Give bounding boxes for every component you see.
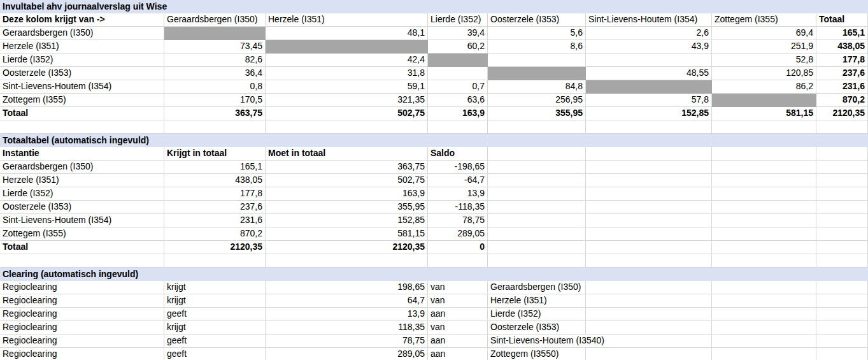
empty-cell[interactable] (0, 120, 164, 134)
totaal-krijgt-5[interactable]: 870,2 (164, 227, 266, 241)
empty-cell[interactable] (816, 348, 868, 360)
invul-corner-header[interactable]: Deze kolom krijgt van -> (0, 13, 164, 27)
invul-value-5-3[interactable]: 256,95 (488, 94, 586, 107)
invul-total-row-label[interactable]: Totaal (0, 107, 164, 120)
totaal-total-saldo[interactable]: 0 (428, 241, 488, 254)
empty-cell[interactable] (712, 335, 816, 348)
empty-cell[interactable] (816, 335, 868, 348)
empty-cell[interactable] (586, 348, 712, 360)
totaal-krijgt-4[interactable]: 231,6 (164, 214, 266, 227)
invul-value-3-4[interactable]: 48,55 (586, 67, 712, 80)
empty-cell[interactable] (488, 147, 586, 161)
empty-cell[interactable] (586, 241, 712, 254)
empty-cell[interactable] (816, 254, 868, 268)
clearing-amount-3[interactable]: 118,35 (266, 321, 428, 335)
empty-cell[interactable] (816, 174, 868, 187)
clearing-direction-4[interactable]: aan (428, 335, 488, 348)
empty-cell[interactable] (488, 201, 586, 214)
clearing-entity-2[interactable]: Regioclearing (0, 308, 164, 321)
totaal-saldo-3[interactable]: -118,35 (428, 201, 488, 214)
empty-cell[interactable] (712, 174, 816, 187)
clearing-direction-3[interactable]: van (428, 321, 488, 335)
invul-row-total-5[interactable]: 870,2 (816, 94, 868, 107)
invul-diagonal-cell-4[interactable] (586, 80, 712, 94)
totaal-saldo-4[interactable]: 78,75 (428, 214, 488, 227)
totaal-krijgt-2[interactable]: 177,8 (164, 187, 266, 201)
invul-value-0-5[interactable]: 69,4 (712, 27, 816, 40)
clearing-counterparty-3[interactable]: Oosterzele (I353) (488, 321, 586, 335)
empty-cell[interactable] (712, 348, 816, 360)
empty-cell[interactable] (0, 254, 164, 268)
empty-cell[interactable] (712, 321, 816, 335)
invul-row-label-1[interactable]: Herzele (I351) (0, 40, 164, 54)
invul-total-value-4[interactable]: 152,85 (586, 107, 712, 120)
clearing-counterparty-5[interactable]: Zottegem (I3550) (488, 348, 586, 360)
empty-cell[interactable] (266, 254, 428, 268)
totaal-moet-0[interactable]: 363,75 (266, 161, 428, 174)
invul-row-total-0[interactable]: 165,1 (816, 27, 868, 40)
invul-value-2-3[interactable] (488, 54, 586, 67)
empty-cell[interactable] (488, 120, 586, 134)
invul-value-2-5[interactable]: 52,8 (712, 54, 816, 67)
invul-value-2-0[interactable]: 82,6 (164, 54, 266, 67)
clearing-action-5[interactable]: geeft (164, 348, 266, 360)
totaal-header-2[interactable]: Moet in totaal (266, 147, 428, 161)
invul-value-2-4[interactable] (586, 54, 712, 67)
clearing-direction-5[interactable]: aan (428, 348, 488, 360)
invul-value-5-0[interactable]: 170,5 (164, 94, 266, 107)
empty-cell[interactable] (488, 254, 586, 268)
invul-diagonal-cell-0[interactable] (164, 27, 266, 40)
clearing-action-0[interactable]: krijgt (164, 281, 266, 294)
totaal-moet-3[interactable]: 355,95 (266, 201, 428, 214)
empty-cell[interactable] (428, 254, 488, 268)
invul-value-1-2[interactable]: 60,2 (428, 40, 488, 54)
invul-value-0-4[interactable]: 2,6 (586, 27, 712, 40)
clearing-action-4[interactable]: geeft (164, 335, 266, 348)
invul-value-0-1[interactable]: 48,1 (266, 27, 428, 40)
totaal-saldo-2[interactable]: 13,9 (428, 187, 488, 201)
empty-cell[interactable] (488, 161, 586, 174)
invul-value-5-2[interactable]: 63,6 (428, 94, 488, 107)
totaal-row-label-4[interactable]: Sint-Lievens-Houtem (I354) (0, 214, 164, 227)
invul-diagonal-cell-3[interactable] (488, 67, 586, 80)
invul-value-4-5[interactable]: 86,2 (712, 80, 816, 94)
clearing-counterparty-0[interactable]: Geraardsbergen (I350) (488, 281, 586, 294)
empty-cell[interactable] (488, 214, 586, 227)
clearing-action-2[interactable]: geeft (164, 308, 266, 321)
totaal-krijgt-1[interactable]: 438,05 (164, 174, 266, 187)
clearing-counterparty-1[interactable]: Herzele (I351) (488, 294, 586, 308)
invul-row-label-3[interactable]: Oosterzele (I353) (0, 67, 164, 80)
empty-cell[interactable] (712, 161, 816, 174)
totaal-row-label-1[interactable]: Herzele (I351) (0, 174, 164, 187)
invul-total-value-5[interactable]: 581,15 (712, 107, 816, 120)
invul-value-1-5[interactable]: 251,9 (712, 40, 816, 54)
totaal-total-krijgt[interactable]: 2120,35 (164, 241, 266, 254)
clearing-amount-4[interactable]: 78,75 (266, 335, 428, 348)
empty-cell[interactable] (586, 214, 712, 227)
empty-cell[interactable] (586, 174, 712, 187)
invul-diagonal-cell-5[interactable] (712, 94, 816, 107)
empty-cell[interactable] (586, 120, 712, 134)
invul-value-3-1[interactable]: 31,8 (266, 67, 428, 80)
clearing-amount-2[interactable]: 13,9 (266, 308, 428, 321)
invul-value-3-5[interactable]: 120,85 (712, 67, 816, 80)
empty-cell[interactable] (816, 281, 868, 294)
invul-value-5-1[interactable]: 321,35 (266, 94, 428, 107)
empty-cell[interactable] (712, 214, 816, 227)
totaal-saldo-0[interactable]: -198,65 (428, 161, 488, 174)
invul-value-4-3[interactable]: 84,8 (488, 80, 586, 94)
empty-cell[interactable] (488, 187, 586, 201)
invul-total-value-3[interactable]: 355,95 (488, 107, 586, 120)
empty-cell[interactable] (712, 187, 816, 201)
invul-diagonal-cell-1[interactable] (266, 40, 428, 54)
invul-row-total-4[interactable]: 231,6 (816, 80, 868, 94)
empty-cell[interactable] (586, 161, 712, 174)
clearing-entity-5[interactable]: Regioclearing (0, 348, 164, 360)
invul-total-value-1[interactable]: 502,75 (266, 107, 428, 120)
totaal-moet-5[interactable]: 581,15 (266, 227, 428, 241)
invul-diagonal-cell-2[interactable] (428, 54, 488, 67)
empty-cell[interactable] (586, 294, 712, 308)
clearing-entity-1[interactable]: Regioclearing (0, 294, 164, 308)
invul-row-label-0[interactable]: Geraardsbergen (I350) (0, 27, 164, 40)
empty-cell[interactable] (712, 241, 816, 254)
